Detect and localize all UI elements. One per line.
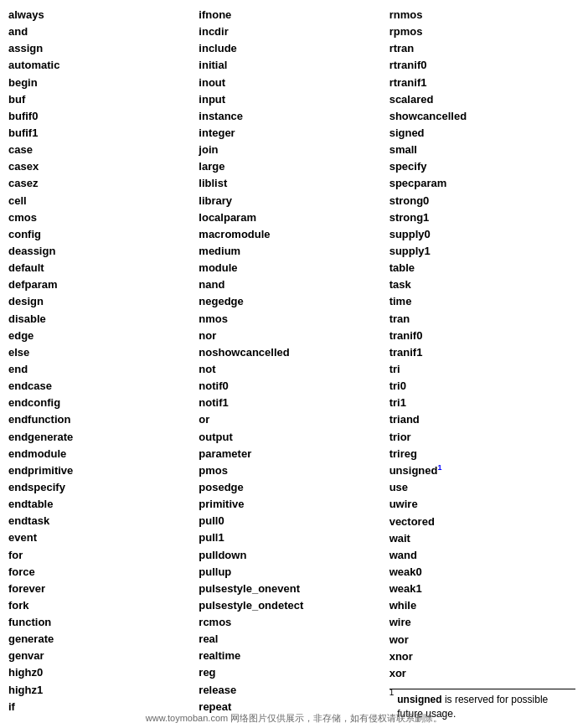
keyword-item: while xyxy=(389,597,575,614)
keyword-item: or xyxy=(199,411,384,428)
keyword-item: for xyxy=(8,547,194,564)
keyword-item: forever xyxy=(8,581,194,597)
column-2: ifnoneincdirincludeinitialinoutinputinst… xyxy=(199,7,389,721)
keyword-item: edge xyxy=(8,328,194,344)
keyword-item: endprimitive xyxy=(8,462,194,479)
keyword-item: assign xyxy=(8,40,194,57)
keyword-item: endfunction xyxy=(8,411,194,428)
keyword-item: instance xyxy=(199,108,384,125)
keyword-item: initial xyxy=(199,57,384,74)
keyword-item: force xyxy=(8,564,194,581)
keyword-item: default xyxy=(8,260,194,276)
keyword-item: genvar xyxy=(8,648,194,664)
keyword-item: tranif1 xyxy=(389,344,575,361)
keyword-item: specify xyxy=(389,158,575,175)
keyword-item: rnmos xyxy=(389,7,575,23)
column-3: rnmosrpmosrtranrtranif0rtranif1scalareds… xyxy=(389,7,580,721)
keyword-item: rtranif1 xyxy=(389,75,575,91)
keyword-item: tri0 xyxy=(389,378,575,395)
keyword-item: design xyxy=(8,293,194,310)
keyword-item: pull1 xyxy=(199,529,384,546)
keyword-item: endconfig xyxy=(8,395,194,411)
keyword-item: task xyxy=(389,276,575,293)
keyword-item: endcase xyxy=(8,378,194,395)
keywords-container: alwaysandassignautomaticbeginbufbufif0bu… xyxy=(8,7,580,721)
keyword-item: input xyxy=(199,91,384,108)
keyword-item: wor xyxy=(389,632,575,648)
keyword-item: time xyxy=(389,293,575,310)
keyword-item: small xyxy=(389,142,575,158)
keyword-item: showcancelled xyxy=(389,108,575,125)
keyword-item: uwire xyxy=(389,496,575,513)
keyword-item: else xyxy=(8,344,194,361)
keyword-item: output xyxy=(199,429,384,446)
keyword-item: parameter xyxy=(199,446,384,462)
keyword-item: table xyxy=(389,260,575,276)
keyword-item: casex xyxy=(8,158,194,175)
keyword-item: cell xyxy=(8,193,194,209)
keyword-item: pmos xyxy=(199,462,384,479)
keyword-item: large xyxy=(199,158,384,175)
keyword-item: pull0 xyxy=(199,513,384,529)
keyword-item: unsigned1 xyxy=(389,462,575,479)
keyword-item: liblist xyxy=(199,175,384,192)
keyword-item: xor xyxy=(389,665,575,682)
footnote-keyword: unsigned xyxy=(397,694,441,705)
keyword-item: noshowcancelled xyxy=(199,344,384,361)
keyword-item: release xyxy=(199,682,384,699)
keyword-item: pulsestyle_ondetect xyxy=(199,597,384,614)
keyword-item: always xyxy=(8,7,194,23)
keyword-item: function xyxy=(8,614,194,631)
keyword-item: buf xyxy=(8,91,194,108)
keyword-item: tri xyxy=(389,361,575,378)
keyword-item: nand xyxy=(199,276,384,293)
keyword-item: primitive xyxy=(199,496,384,513)
keyword-item: strong0 xyxy=(389,193,575,209)
keyword-item: nmos xyxy=(199,311,384,328)
keyword-item: localparam xyxy=(199,209,384,226)
keyword-item: reg xyxy=(199,664,384,681)
keyword-item: wire xyxy=(389,614,575,631)
keyword-item: endgenerate xyxy=(8,429,194,446)
keyword-item: supply1 xyxy=(389,243,575,260)
keyword-item: config xyxy=(8,226,194,243)
keyword-item: generate xyxy=(8,631,194,648)
keyword-item: specparam xyxy=(389,175,575,192)
keyword-item: pullup xyxy=(199,564,384,581)
keyword-item: join xyxy=(199,142,384,158)
keyword-item: end xyxy=(8,361,194,378)
keyword-item: medium xyxy=(199,243,384,260)
keyword-item: tranif0 xyxy=(389,328,575,344)
keyword-item: cmos xyxy=(8,209,194,226)
keyword-item: weak1 xyxy=(389,581,575,597)
keyword-item: inout xyxy=(199,75,384,91)
watermark: www.toymoban.com 网络图片仅供展示，非存储，如有侵权请联系删除。 xyxy=(0,712,588,725)
keyword-item: triand xyxy=(389,411,575,428)
keyword-item: strong1 xyxy=(389,209,575,226)
keyword-item: trireg xyxy=(389,446,575,462)
keyword-item: integer xyxy=(199,125,384,142)
keyword-item: trior xyxy=(389,429,575,446)
keyword-item: negedge xyxy=(199,293,384,310)
keyword-item: begin xyxy=(8,75,194,91)
keyword-item: bufif1 xyxy=(8,125,194,142)
keyword-item: weak0 xyxy=(389,564,575,581)
keyword-item: pulsestyle_onevent xyxy=(199,581,384,597)
keyword-item: rcmos xyxy=(199,614,384,631)
keyword-item: tran xyxy=(389,311,575,328)
keyword-item: signed xyxy=(389,125,575,142)
keyword-item: not xyxy=(199,361,384,378)
keyword-item: realtime xyxy=(199,648,384,664)
keyword-item: endtask xyxy=(8,513,194,529)
keyword-item: incdir xyxy=(199,23,384,40)
keyword-item: rtran xyxy=(389,40,575,57)
keyword-item: include xyxy=(199,40,384,57)
keyword-item: deassign xyxy=(8,243,194,260)
keyword-item: rtranif0 xyxy=(389,57,575,74)
keyword-item: and xyxy=(8,23,194,40)
keyword-item: casez xyxy=(8,175,194,192)
keyword-item: highz0 xyxy=(8,664,194,681)
keyword-item: pulldown xyxy=(199,547,384,564)
keyword-item: real xyxy=(199,631,384,648)
keyword-item: posedge xyxy=(199,479,384,496)
